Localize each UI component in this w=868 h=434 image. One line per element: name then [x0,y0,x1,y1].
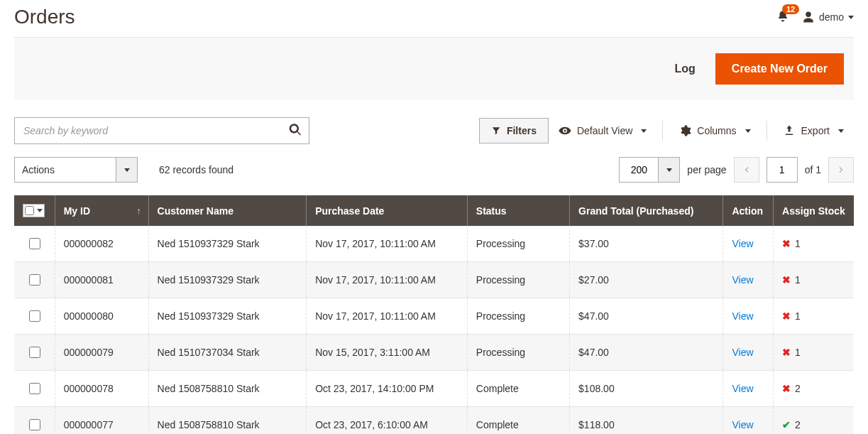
column-header-action: Action [723,195,774,226]
order-id-cell: 000000082 [55,226,148,262]
page-title: Orders [14,6,776,28]
bulk-actions-toggle[interactable] [116,157,138,183]
total-cell: $118.00 [570,407,723,435]
user-menu[interactable]: demo [802,11,854,23]
row-checkbox[interactable] [29,383,40,394]
row-checkbox[interactable] [29,310,40,322]
action-cell: View [723,371,774,407]
stock-qty: 1 [795,310,801,322]
search-input[interactable] [14,117,309,144]
select-all-checkbox[interactable] [25,206,34,215]
stock-qty: 2 [795,419,801,430]
chevron-left-icon [742,166,751,174]
table-row[interactable]: 000000080Ned 1510937329 StarkNov 17, 201… [14,298,854,335]
table-row[interactable]: 000000081Ned 1510937329 StarkNov 17, 201… [14,262,854,298]
table-row[interactable]: 000000082Ned 1510937329 StarkNov 17, 201… [14,226,854,262]
date-cell: Nov 15, 2017, 3:11:00 AM [307,335,468,371]
assign-stock-cell: ✖2 [774,371,854,407]
column-header-customer[interactable]: Customer Name [148,195,307,226]
export-dropdown[interactable]: Export [773,118,854,143]
current-page-input[interactable] [767,157,798,183]
divider [767,121,767,141]
date-cell: Nov 17, 2017, 10:11:00 AM [307,262,468,298]
columns-dropdown[interactable]: Columns [669,118,760,143]
status-cell: Processing [467,226,569,262]
total-cell: $37.00 [570,226,723,262]
date-cell: Nov 17, 2017, 10:11:00 AM [307,226,468,262]
order-id-cell: 000000080 [55,298,148,335]
search-button[interactable] [285,120,305,142]
notifications-button[interactable]: 12 [776,10,789,25]
page-size-toggle[interactable] [659,157,680,183]
column-header-my-id[interactable]: My ID ↑ [55,195,148,226]
orders-grid: My ID ↑ Customer Name Purchase Date Stat… [14,195,854,434]
log-link[interactable]: Log [675,63,696,75]
table-row[interactable]: 000000077Ned 1508758810 StarkOct 23, 201… [14,407,854,435]
row-checkbox[interactable] [29,274,40,286]
page-size-input[interactable] [619,157,659,183]
user-label: demo [819,11,844,23]
of-label: of 1 [805,164,821,175]
prev-page-button[interactable] [734,157,759,183]
assign-stock-cell: ✖1 [774,226,854,262]
divider [662,121,663,141]
chevron-down-icon [37,209,43,212]
row-checkbox[interactable] [29,238,40,249]
action-cell: View [723,335,774,371]
chevron-down-icon [848,16,854,19]
chevron-right-icon [837,166,845,174]
column-header-date[interactable]: Purchase Date [307,195,468,226]
search-icon [288,123,302,137]
view-link[interactable]: View [732,383,753,394]
view-link[interactable]: View [732,310,753,322]
next-page-button[interactable] [828,157,854,183]
x-icon: ✖ [782,310,791,322]
stock-qty: 1 [795,347,801,358]
filters-label: Filters [507,125,537,136]
status-cell: Complete [467,371,569,407]
action-cell: View [723,407,774,435]
filters-button[interactable]: Filters [479,118,549,143]
bulk-actions-select[interactable]: Actions [14,157,138,183]
assign-stock-cell: ✖1 [774,262,854,298]
total-cell: $108.00 [570,371,723,407]
stock-qty: 1 [795,238,801,249]
action-cell: View [723,262,774,298]
view-link[interactable]: View [732,347,753,358]
date-cell: Nov 17, 2017, 10:11:00 AM [307,298,468,335]
order-id-cell: 000000079 [55,335,148,371]
column-header-status[interactable]: Status [467,195,569,226]
export-label: Export [801,125,830,136]
view-link[interactable]: View [732,238,753,249]
action-cell: View [723,226,774,262]
table-row[interactable]: 000000078Ned 1508758810 StarkOct 23, 201… [14,371,854,407]
date-cell: Oct 23, 2017, 6:10:00 AM [307,407,468,435]
row-checkbox[interactable] [29,347,40,358]
view-link[interactable]: View [732,419,753,430]
column-header-stock: Assign Stock [774,195,854,226]
row-checkbox[interactable] [29,419,40,430]
order-id-cell: 000000078 [55,371,148,407]
row-checkbox-cell [14,226,55,262]
table-row[interactable]: 000000079Ned 1510737034 StarkNov 15, 201… [14,335,854,371]
date-cell: Oct 23, 2017, 14:10:00 PM [307,371,468,407]
view-link[interactable]: View [732,274,753,286]
chevron-down-icon [838,129,844,133]
create-new-order-button[interactable]: Create New Order [715,53,844,85]
column-header-checkbox[interactable] [14,195,55,226]
x-icon: ✖ [782,347,791,358]
x-icon: ✖ [782,274,791,286]
assign-stock-cell: ✖1 [774,298,854,335]
chevron-down-icon [641,129,647,133]
chevron-down-icon [745,129,751,133]
export-icon [783,124,796,137]
order-id-cell: 000000081 [55,262,148,298]
row-checkbox-cell [14,407,55,435]
column-header-total[interactable]: Grand Total (Purchased) [570,195,723,226]
default-view-dropdown[interactable]: Default View [549,118,657,143]
x-icon: ✖ [782,383,791,394]
gear-icon [679,124,691,137]
total-cell: $47.00 [570,335,723,371]
chevron-down-icon [666,168,672,172]
bulk-actions-label: Actions [14,157,116,183]
